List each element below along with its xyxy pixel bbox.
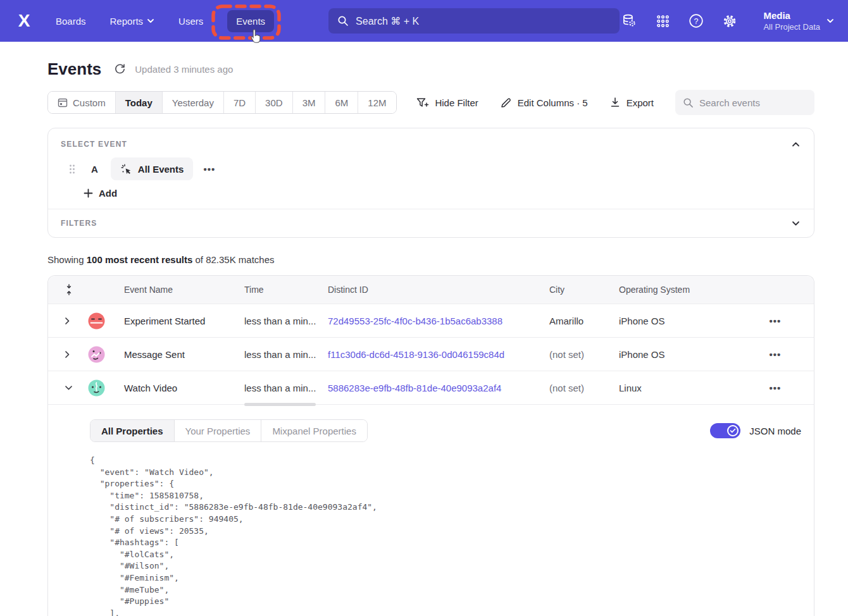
all-events-chip[interactable]: All Events — [111, 157, 194, 180]
cell-city: Amarillo — [549, 316, 619, 326]
range-7d[interactable]: 7D — [224, 92, 256, 113]
event-detail-panel: All Properties Your Properties Mixpanel … — [48, 419, 814, 616]
json-mode-toggle[interactable] — [710, 423, 740, 438]
range-3m[interactable]: 3M — [293, 92, 326, 113]
data-management-icon[interactable] — [621, 13, 637, 28]
nav-item-users[interactable]: Users — [178, 16, 203, 27]
event-json-viewer: { "event": "Watch Video", "properties": … — [90, 455, 814, 616]
chevron-down-icon — [792, 221, 800, 226]
edit-columns-button[interactable]: Edit Columns · 5 — [500, 97, 588, 109]
range-6m[interactable]: 6M — [325, 92, 358, 113]
query-builder-card: SELECT EVENT A All Event — [47, 128, 814, 238]
event-more-button[interactable]: ••• — [203, 164, 215, 175]
mixpanel-logo: X — [13, 11, 35, 31]
settings-gear-icon[interactable] — [722, 13, 737, 28]
expand-row-button[interactable] — [48, 350, 84, 359]
distinct-id-link[interactable]: f11c30d6-dc6d-4518-9136-0d046159c84d — [328, 349, 504, 360]
drag-handle-icon[interactable] — [68, 164, 76, 175]
event-avatar — [88, 379, 124, 397]
tab-all-properties[interactable]: All Properties — [90, 420, 175, 441]
collapse-row-button[interactable] — [48, 385, 84, 391]
nav-item-events[interactable]: Events — [227, 10, 274, 32]
cell-event-name: Watch Video — [124, 383, 244, 393]
expand-row-button[interactable] — [48, 317, 84, 325]
cell-time: less than a min... — [244, 316, 328, 326]
funnel-plus-icon — [416, 97, 429, 109]
horizontal-scrollbar-thumb[interactable] — [244, 403, 316, 406]
cell-time: less than a min... — [244, 349, 328, 360]
event-row-letter: A — [91, 164, 98, 175]
table-row: Message Sent less than a min... f11c30d6… — [48, 338, 814, 371]
table-header-row: Event Name Time Distinct ID City Operati… — [48, 276, 814, 304]
project-scope: All Project Data — [763, 22, 820, 32]
search-events-input[interactable] — [699, 97, 807, 108]
cell-event-name: Experiment Started — [124, 316, 244, 326]
tab-your-properties[interactable]: Your Properties — [175, 420, 262, 441]
chevron-down-icon — [826, 18, 834, 23]
add-event-button[interactable]: Add — [84, 188, 117, 199]
cell-os: Linux — [619, 383, 726, 393]
collapse-select-event-button[interactable] — [792, 142, 800, 147]
filters-section-toggle[interactable]: FILTERS — [48, 209, 814, 237]
refresh-button[interactable] — [114, 63, 126, 75]
col-city: City — [549, 285, 619, 295]
click-event-icon — [120, 163, 132, 175]
cell-city: (not set) — [549, 383, 619, 393]
project-name: Media — [763, 9, 820, 22]
global-search-placeholder: Search ⌘ + K — [356, 15, 419, 27]
project-selector[interactable]: Media All Project Data — [763, 9, 834, 32]
toolbar: Custom Today Yesterday 7D 30D 3M 6M 12M … — [47, 90, 814, 115]
events-page: Events Updated 3 minutes ago Custom — [0, 58, 848, 616]
nav-item-boards[interactable]: Boards — [56, 16, 86, 27]
date-range-control: Custom Today Yesterday 7D 30D 3M 6M 12M — [47, 91, 397, 114]
cell-os: iPhone OS — [619, 316, 726, 326]
range-12m[interactable]: 12M — [358, 92, 396, 113]
distinct-id-link[interactable]: 72d49553-25fc-4f0c-b436-1b5ac6ab3388 — [328, 316, 502, 326]
cell-event-name: Message Sent — [124, 349, 244, 360]
cell-city: (not set) — [549, 349, 619, 360]
properties-tabs: All Properties Your Properties Mixpanel … — [90, 419, 368, 442]
top-navigation: X Boards Reports Users Events Search ⌘ +… — [0, 0, 848, 42]
hide-filter-button[interactable]: Hide Filter — [416, 97, 478, 109]
select-event-label: SELECT EVENT — [61, 140, 127, 149]
row-more-button[interactable]: ••• — [770, 349, 782, 360]
range-yesterday[interactable]: Yesterday — [163, 92, 224, 113]
row-more-button[interactable]: ••• — [770, 316, 782, 326]
range-custom[interactable]: Custom — [48, 92, 116, 113]
col-distinct-id: Distinct ID — [328, 285, 549, 295]
filters-label: FILTERS — [61, 219, 97, 228]
svg-text:?: ? — [694, 17, 699, 26]
collapse-all-icon[interactable] — [48, 284, 84, 295]
events-table: Event Name Time Distinct ID City Operati… — [47, 275, 814, 616]
table-row: Experiment Started less than a min... 72… — [48, 304, 814, 338]
apps-grid-icon[interactable] — [655, 13, 670, 28]
last-updated-text: Updated 3 minutes ago — [135, 64, 233, 75]
range-today[interactable]: Today — [116, 92, 163, 113]
col-time: Time — [244, 285, 328, 295]
table-row-expanded: Watch Video less than a min... 5886283e-… — [48, 371, 814, 405]
cell-os: iPhone OS — [619, 349, 726, 360]
search-icon — [337, 15, 349, 27]
search-icon — [683, 97, 694, 108]
col-event-name: Event Name — [124, 285, 244, 295]
cell-time: less than a min... — [244, 383, 328, 393]
distinct-id-link[interactable]: 5886283e-e9fb-48fb-81de-40e9093a2af4 — [328, 383, 501, 393]
toggle-check-icon — [727, 425, 739, 436]
global-search-input[interactable]: Search ⌘ + K — [328, 8, 620, 34]
range-30d[interactable]: 30D — [256, 92, 293, 113]
calendar-icon — [58, 97, 68, 108]
pencil-icon — [500, 97, 512, 109]
plus-icon — [84, 188, 93, 198]
search-events-field — [675, 90, 814, 115]
row-more-button[interactable]: ••• — [770, 383, 782, 393]
download-icon — [609, 97, 621, 108]
col-operating-system: Operating System — [619, 285, 726, 295]
nav-item-reports[interactable]: Reports — [110, 16, 155, 27]
json-mode-label: JSON mode — [749, 426, 801, 436]
export-button[interactable]: Export — [609, 97, 654, 108]
results-summary: Showing 100 most recent results of 82.35… — [47, 254, 814, 265]
page-title: Events — [47, 59, 101, 79]
help-icon[interactable]: ? — [689, 13, 704, 28]
tab-mixpanel-properties[interactable]: Mixpanel Properties — [261, 420, 367, 441]
chevron-down-icon — [147, 18, 154, 23]
